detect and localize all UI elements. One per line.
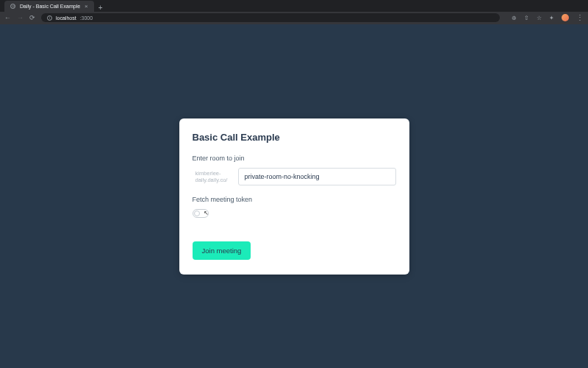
tab-bar: ⊙ Daily - Basic Call Example × + bbox=[0, 0, 588, 12]
page-viewport: Basic Call Example Enter room to join ki… bbox=[0, 24, 588, 368]
toolbar-right: ⊕ ⇧ ☆ ✦ ⋮ bbox=[512, 14, 584, 21]
reload-button[interactable]: ⟳ bbox=[29, 14, 35, 21]
browser-tab[interactable]: ⊙ Daily - Basic Call Example × bbox=[4, 1, 94, 12]
star-icon[interactable]: ☆ bbox=[537, 15, 542, 21]
tab-favicon-icon: ⊙ bbox=[10, 4, 15, 9]
browser-toolbar: ← → ⟳ i localhost:3000 ⊕ ⇧ ☆ ✦ ⋮ bbox=[0, 12, 588, 24]
site-info-icon[interactable]: i bbox=[47, 15, 52, 21]
profile-avatar[interactable] bbox=[562, 14, 569, 21]
room-url-prefix: kimberlee-daily.daily.co/ bbox=[193, 170, 238, 183]
fetch-token-toggle[interactable]: ↖ bbox=[193, 209, 209, 218]
join-card: Basic Call Example Enter room to join ki… bbox=[179, 118, 409, 275]
forward-button[interactable]: → bbox=[17, 14, 24, 21]
share-icon[interactable]: ⇧ bbox=[524, 15, 529, 21]
card-title: Basic Call Example bbox=[193, 132, 396, 143]
token-section: Fetch meeting token ↖ bbox=[193, 196, 396, 218]
address-bar[interactable]: i localhost:3000 bbox=[41, 13, 500, 22]
url-host: localhost bbox=[56, 15, 76, 21]
new-tab-button[interactable]: + bbox=[94, 4, 107, 12]
cursor-icon: ↖ bbox=[204, 210, 209, 216]
back-button[interactable]: ← bbox=[4, 14, 11, 21]
toggle-knob bbox=[194, 210, 200, 216]
room-label: Enter room to join bbox=[193, 155, 396, 162]
join-meeting-button[interactable]: Join meeting bbox=[193, 241, 251, 260]
gift-icon[interactable]: ⊕ bbox=[512, 15, 517, 21]
room-input-row: kimberlee-daily.daily.co/ bbox=[193, 168, 396, 185]
browser-chrome: ⊙ Daily - Basic Call Example × + ← → ⟳ i… bbox=[0, 0, 588, 24]
tab-title: Daily - Basic Call Example bbox=[20, 4, 80, 9]
close-icon[interactable]: × bbox=[85, 3, 88, 10]
token-label: Fetch meeting token bbox=[193, 196, 396, 203]
menu-icon[interactable]: ⋮ bbox=[576, 14, 584, 21]
url-port: :3000 bbox=[80, 15, 93, 21]
room-name-input[interactable] bbox=[238, 168, 396, 185]
extensions-icon[interactable]: ✦ bbox=[549, 15, 554, 21]
